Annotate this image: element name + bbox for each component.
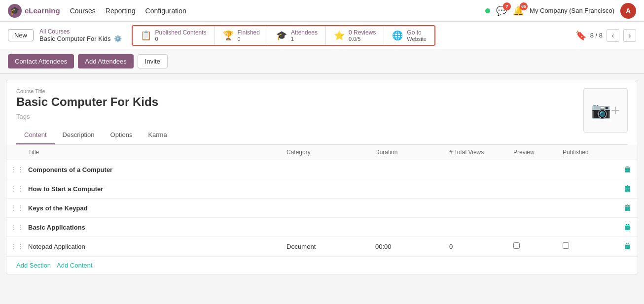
stat-website[interactable]: 🌐 Go to Website: [384, 26, 434, 45]
next-page-button[interactable]: ›: [623, 29, 636, 42]
breadcrumb-current: Basic Computer For Kids ⚙️: [39, 35, 122, 42]
tab-options[interactable]: Options: [103, 126, 141, 144]
course-title-label: Course Title: [16, 88, 628, 94]
row-category: Document: [283, 243, 371, 250]
chat-badge: 7: [503, 2, 511, 10]
drag-handle[interactable]: ⋮⋮: [6, 185, 24, 193]
row-title[interactable]: Keys of the Keypad: [24, 204, 283, 212]
photo-upload[interactable]: 📷+: [583, 88, 628, 133]
prev-page-button[interactable]: ‹: [607, 29, 619, 42]
nav-menu: Courses Reporting Configuration: [70, 7, 475, 15]
header-title: Title: [24, 149, 283, 156]
add-bar: Add Section Add Content: [6, 256, 638, 274]
invite-button[interactable]: Invite: [138, 54, 168, 68]
table-row: ⋮⋮ Components of a Computer 🗑: [6, 160, 638, 179]
drag-handle[interactable]: ⋮⋮: [6, 204, 24, 212]
website-icon: 🌐: [392, 30, 403, 41]
tags-field[interactable]: Tags: [16, 113, 628, 120]
row-title[interactable]: Components of a Computer: [24, 166, 283, 173]
reviews-icon: ⭐: [334, 30, 345, 41]
delete-icon[interactable]: 🗑: [618, 165, 638, 174]
table-row: ⋮⋮ Notepad Application Document 00:00 0 …: [6, 237, 638, 256]
nav-configuration[interactable]: Configuration: [145, 7, 186, 15]
row-duration: 00:00: [371, 243, 445, 250]
finished-value: 0: [238, 36, 260, 42]
delete-icon[interactable]: 🗑: [618, 223, 638, 232]
finished-icon: 🏆: [223, 30, 234, 41]
breadcrumb: All Courses Basic Computer For Kids ⚙️: [39, 28, 122, 42]
row-views: 0: [445, 243, 509, 250]
stat-finished[interactable]: 🏆 Finished 0: [215, 26, 268, 45]
header-category: Category: [283, 149, 371, 156]
action-bar: Contact Attendees Add Attendees Invite: [0, 49, 644, 74]
contact-attendees-button[interactable]: Contact Attendees: [8, 54, 74, 68]
row-title[interactable]: Basic Applications: [24, 224, 283, 231]
published-label: Published Contents: [155, 29, 207, 36]
add-content-link[interactable]: Add Content: [57, 262, 92, 269]
stat-bar: 📋 Published Contents 0 🏆 Finished 0 🎓 At…: [132, 25, 435, 46]
published-icon: 📋: [141, 30, 151, 41]
tab-description[interactable]: Description: [55, 126, 103, 144]
table-row: ⋮⋮ Keys of the Keypad 🗑: [6, 199, 638, 218]
logo-icon: 🎓: [8, 4, 22, 18]
tab-karma[interactable]: Karma: [140, 126, 175, 144]
delete-icon[interactable]: 🗑: [618, 184, 638, 193]
nav-right: 💬 7 🔔 65 My Company (San Francisco) A: [485, 3, 636, 19]
online-status-icon: [485, 8, 490, 13]
drag-handle[interactable]: ⋮⋮: [6, 242, 24, 250]
delete-icon[interactable]: 🗑: [618, 242, 638, 251]
stat-published-contents[interactable]: 📋 Published Contents 0: [133, 26, 215, 45]
alerts-badge: 65: [520, 2, 528, 10]
add-section-link[interactable]: Add Section: [16, 262, 51, 269]
camera-icon: 📷+: [591, 101, 620, 120]
course-title[interactable]: Basic Computer For Kids: [16, 95, 628, 109]
drag-handle[interactable]: ⋮⋮: [6, 166, 24, 173]
row-title[interactable]: Notepad Application: [24, 243, 283, 250]
drag-handle[interactable]: ⋮⋮: [6, 223, 24, 231]
header-preview: Preview: [509, 149, 559, 156]
content-tabs: Content Description Options Karma: [16, 126, 628, 145]
app-logo[interactable]: 🎓 eLearning: [8, 4, 60, 18]
content-table: Title Category Duration # Total Views Pr…: [6, 145, 638, 274]
attendees-value: 1: [291, 36, 318, 42]
row-title[interactable]: How to Start a Computer: [24, 185, 283, 193]
row-preview[interactable]: [509, 242, 559, 250]
published-checkbox[interactable]: [563, 242, 569, 249]
header-views: # Total Views: [445, 149, 509, 156]
breadcrumb-current-label: Basic Computer For Kids: [39, 35, 111, 42]
chat-icon[interactable]: 💬 7: [496, 5, 507, 16]
tab-content[interactable]: Content: [16, 126, 55, 144]
reviews-label: 0 Reviews: [349, 29, 376, 36]
nav-courses[interactable]: Courses: [70, 7, 96, 15]
page-indicator: 8 / 8: [590, 32, 603, 39]
breadcrumb-parent[interactable]: All Courses: [39, 28, 122, 35]
published-value: 0: [155, 36, 207, 42]
preview-checkbox[interactable]: [513, 242, 520, 249]
main-wrapper: Course Title Basic Computer For Kids Tag…: [0, 74, 644, 303]
stat-attendees[interactable]: 🎓 Attendees 1: [268, 26, 326, 45]
add-attendees-button[interactable]: Add Attendees: [78, 54, 134, 68]
row-published[interactable]: [559, 242, 618, 250]
nav-reporting[interactable]: Reporting: [106, 7, 136, 15]
alerts-icon[interactable]: 🔔 65: [513, 5, 524, 16]
header-drag: [6, 149, 24, 156]
stat-reviews[interactable]: ⭐ 0 Reviews 0.0/5: [326, 26, 384, 45]
page-nav: 🔖 8 / 8 ‹ ›: [575, 29, 636, 42]
delete-icon[interactable]: 🗑: [618, 203, 638, 212]
app-name: eLearning: [25, 6, 60, 15]
header-published: Published: [559, 149, 618, 156]
settings-icon[interactable]: ⚙️: [114, 35, 122, 42]
table-header: Title Category Duration # Total Views Pr…: [6, 145, 638, 160]
company-name: My Company (San Francisco): [530, 7, 614, 14]
header-actions: [618, 149, 638, 156]
bookmark-icon[interactable]: 🔖: [575, 30, 586, 41]
main-content: Course Title Basic Computer For Kids Tag…: [6, 80, 638, 274]
form-body: Course Title Basic Computer For Kids Tag…: [6, 80, 638, 145]
status-bar: New All Courses Basic Computer For Kids …: [0, 22, 644, 49]
attendees-icon: 🎓: [276, 30, 287, 41]
header-duration: Duration: [371, 149, 445, 156]
user-avatar[interactable]: A: [620, 3, 636, 19]
new-button[interactable]: New: [8, 29, 34, 41]
attendees-label: Attendees: [291, 29, 318, 36]
reviews-value: 0.0/5: [349, 36, 376, 42]
